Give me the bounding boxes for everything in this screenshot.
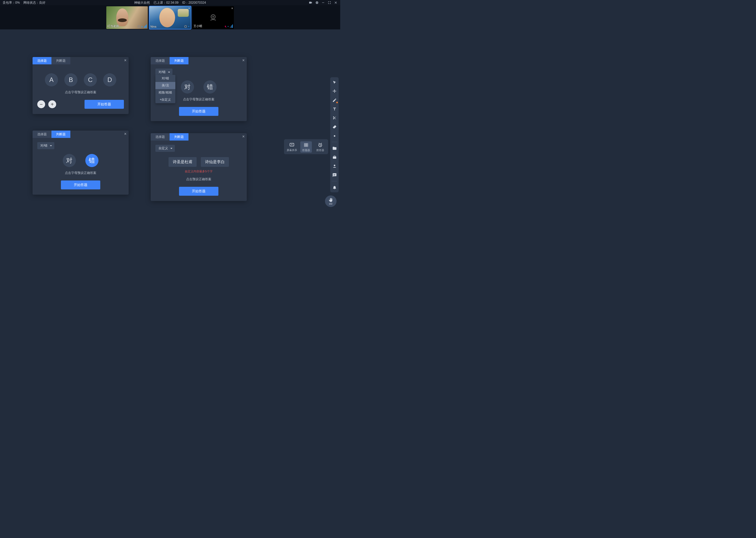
start-quiz-button[interactable]: 开始答题 bbox=[179, 187, 218, 196]
dropdown-item[interactable]: 对/错 bbox=[155, 75, 175, 82]
dropdown-button[interactable]: 对/错 bbox=[155, 69, 172, 76]
type-dropdown[interactable]: 对/错 bbox=[37, 142, 54, 149]
right-toolbar bbox=[330, 77, 339, 192]
participant-name: 叮当老师 bbox=[107, 24, 119, 28]
svg-rect-9 bbox=[304, 145, 306, 146]
hand-raise-button[interactable]: 0/2 bbox=[325, 195, 337, 207]
tab-choice[interactable]: 选择题 bbox=[151, 57, 169, 64]
svg-point-5 bbox=[334, 164, 335, 166]
option-true[interactable]: 对 bbox=[181, 81, 194, 93]
type-dropdown[interactable]: 自定义 bbox=[155, 145, 175, 152]
tab-choice[interactable]: 选择题 bbox=[151, 133, 169, 140]
cursor-tool-icon[interactable] bbox=[332, 79, 337, 85]
label: 答题器 bbox=[302, 148, 310, 152]
add-option-button[interactable]: + bbox=[48, 100, 56, 108]
svg-point-2 bbox=[213, 16, 214, 18]
rush-answer-button[interactable]: 抢答器 bbox=[314, 141, 326, 153]
session-id: ID：2020070324 bbox=[182, 1, 206, 5]
hint-text: 点击字母预设正确答案 bbox=[37, 171, 124, 175]
top-bar: 丢包率：0% 网络状态：良好 神秘大自然 已上课：02:34:09 ID：202… bbox=[0, 0, 340, 5]
hand-icon bbox=[328, 197, 333, 202]
active-dot bbox=[336, 102, 338, 103]
bell-icon[interactable] bbox=[332, 185, 337, 190]
start-quiz-button[interactable]: 开始答题 bbox=[61, 181, 100, 189]
move-tool-icon[interactable] bbox=[332, 88, 337, 94]
video-tile[interactable]: 叮当老师 bbox=[106, 6, 148, 29]
panel-close-icon[interactable]: × bbox=[124, 132, 126, 136]
tab-truefalse[interactable]: 判断题 bbox=[51, 57, 71, 64]
hint-text: 点击字母预设正确答案 bbox=[37, 90, 124, 94]
svg-rect-4 bbox=[333, 156, 336, 159]
hint-text: 点击预设正确答案 bbox=[155, 177, 242, 182]
chat-icon[interactable] bbox=[332, 172, 337, 178]
dropdown-item[interactable]: 精致/粗糙 bbox=[155, 89, 175, 96]
class-time: 已上课：02:34:09 bbox=[154, 1, 178, 5]
hand-count: 0/2 bbox=[329, 202, 333, 205]
indicators bbox=[184, 25, 190, 28]
dropdown-button[interactable]: 自定义 bbox=[155, 145, 175, 152]
panel-close-icon[interactable]: × bbox=[242, 134, 245, 139]
mic-icon bbox=[141, 25, 143, 28]
dropdown-menu: 对/错 美/丑 精致/粗糙 +自定义 bbox=[155, 75, 175, 103]
video-tile[interactable]: × Nina bbox=[149, 6, 191, 29]
dropdown-button[interactable]: 对/错 bbox=[37, 142, 54, 149]
network-status: 网络状态：良好 bbox=[24, 1, 45, 5]
svg-rect-10 bbox=[306, 145, 308, 146]
cut-tool-icon[interactable] bbox=[332, 115, 337, 121]
dropdown-item[interactable]: +自定义 bbox=[155, 96, 175, 103]
indicators bbox=[224, 25, 233, 28]
fullscreen-icon[interactable] bbox=[328, 1, 331, 4]
option-false[interactable]: 错 bbox=[204, 81, 216, 93]
color-tool-icon[interactable] bbox=[332, 133, 337, 139]
tab-truefalse[interactable]: 判断题 bbox=[169, 133, 188, 140]
option-true[interactable]: 对 bbox=[63, 154, 76, 167]
toolbox-icon[interactable] bbox=[332, 154, 337, 160]
tab-truefalse[interactable]: 判断题 bbox=[169, 57, 188, 64]
participants-icon[interactable] bbox=[332, 163, 337, 169]
separator bbox=[332, 142, 337, 142]
participant-name: 王小明 bbox=[193, 24, 202, 28]
class-title: 神秘大自然 bbox=[134, 1, 150, 5]
close-icon[interactable] bbox=[334, 1, 338, 4]
custom-option[interactable]: 诗仙是李白 bbox=[201, 157, 229, 167]
start-quiz-button[interactable]: 开始答题 bbox=[179, 107, 218, 116]
tab-choice[interactable]: 选择题 bbox=[32, 131, 51, 138]
pen-tool-icon[interactable] bbox=[332, 97, 337, 103]
svg-rect-7 bbox=[304, 143, 306, 145]
video-strip: 叮当老师 × Nina × 王小明 bbox=[0, 5, 340, 29]
minimize-icon[interactable] bbox=[321, 1, 325, 4]
tile-close-icon[interactable]: × bbox=[231, 7, 233, 10]
remove-option-button[interactable]: − bbox=[37, 100, 45, 108]
tile-close-icon[interactable]: × bbox=[188, 7, 190, 10]
video-tile[interactable]: × 王小明 bbox=[192, 6, 234, 29]
custom-option[interactable]: 诗圣是杜甫 bbox=[168, 157, 197, 167]
camera-icon[interactable] bbox=[309, 1, 312, 4]
tab-choice[interactable]: 选择题 bbox=[32, 57, 51, 64]
start-quiz-button[interactable]: 开始答题 bbox=[84, 100, 124, 109]
error-text: 自定义内容最多5个字 bbox=[155, 169, 242, 173]
option-d[interactable]: D bbox=[103, 73, 116, 86]
label: 屏幕共享 bbox=[287, 148, 297, 152]
option-b[interactable]: B bbox=[64, 73, 77, 86]
screen-share-button[interactable]: 屏幕共享 bbox=[286, 141, 298, 153]
panel-close-icon[interactable]: × bbox=[242, 58, 245, 63]
option-a[interactable]: A bbox=[45, 73, 58, 86]
cam-indicator-icon bbox=[138, 25, 140, 28]
cam-indicator-icon bbox=[184, 25, 187, 28]
text-tool-icon[interactable] bbox=[332, 106, 337, 112]
quiz-panel-truefalse-selected: 选择题 判断题 × 对/错 对 错 点击字母预设正确答案 开始答题 bbox=[32, 131, 129, 195]
tab-truefalse[interactable]: 判断题 bbox=[51, 131, 71, 138]
type-dropdown[interactable]: 对/错 对/错 美/丑 精致/粗糙 +自定义 bbox=[155, 69, 172, 76]
svg-point-3 bbox=[334, 135, 335, 136]
participant-name: Nina bbox=[150, 25, 157, 28]
dropdown-item[interactable]: 美/丑 bbox=[155, 82, 175, 89]
quiz-tool-button[interactable]: 答题器 bbox=[300, 141, 312, 153]
eraser-tool-icon[interactable] bbox=[332, 124, 337, 130]
quiz-panel-truefalse-dropdown: 选择题 判断题 × 对/错 对/错 美/丑 精致/粗糙 +自定义 对 错 点击字… bbox=[151, 57, 247, 121]
option-false[interactable]: 错 bbox=[85, 154, 98, 167]
folder-tool-icon[interactable] bbox=[332, 145, 337, 151]
settings-icon[interactable] bbox=[315, 1, 319, 4]
mic-icon bbox=[227, 25, 229, 28]
option-c[interactable]: C bbox=[84, 73, 97, 86]
panel-close-icon[interactable]: × bbox=[124, 58, 126, 63]
